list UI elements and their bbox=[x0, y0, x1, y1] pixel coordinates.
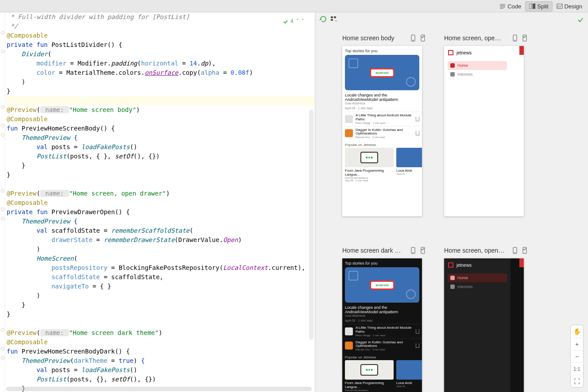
card: From Java Programming Langua…Florina Mun… bbox=[345, 360, 394, 392]
pan-button[interactable]: ✋ bbox=[570, 325, 584, 338]
settings-icon[interactable] bbox=[330, 15, 338, 23]
svg-point-10 bbox=[514, 40, 515, 41]
svg-rect-19 bbox=[449, 263, 453, 267]
svg-point-17 bbox=[514, 252, 515, 253]
code-line[interactable]: navigateTo = { } bbox=[7, 282, 314, 291]
android-badge: android bbox=[370, 68, 394, 77]
code-line[interactable]: drawerState = rememberDrawerState(Drawer… bbox=[7, 235, 314, 245]
card-image bbox=[345, 148, 394, 167]
code-line[interactable]: PostList(posts, {}, setOf(), {}) bbox=[7, 375, 314, 384]
drawer-item-icon bbox=[450, 72, 455, 77]
deploy-icon[interactable] bbox=[410, 35, 417, 42]
code-line[interactable]: ) bbox=[7, 245, 314, 254]
code-line[interactable]: ) bbox=[7, 291, 314, 300]
interactive-icon[interactable] bbox=[521, 35, 528, 42]
svg-rect-5 bbox=[334, 16, 336, 18]
view-mode-split-label: Split bbox=[537, 3, 548, 10]
code-line[interactable]: fun PreviewHomeScreenBody() { bbox=[7, 124, 314, 133]
interactive-icon[interactable] bbox=[521, 247, 528, 254]
code-line[interactable]: color = MaterialTheme.colors.onSurface.c… bbox=[7, 68, 314, 77]
card-image bbox=[345, 360, 394, 380]
drawer-item: Interests bbox=[448, 70, 507, 79]
popular-heading: Popular on Jetnews bbox=[342, 353, 422, 360]
hero-image: android bbox=[345, 267, 419, 303]
code-line[interactable]: ThemedPreview(darkTheme = true) { bbox=[7, 356, 314, 365]
code-line[interactable]: private fun PreviewDrawerOpen() { bbox=[7, 208, 314, 217]
code-line[interactable]: HomeScreen( bbox=[7, 254, 314, 263]
code-line[interactable]: } bbox=[7, 87, 314, 96]
svg-rect-1 bbox=[533, 4, 535, 9]
deploy-icon[interactable] bbox=[511, 35, 518, 42]
android-badge: android bbox=[370, 281, 394, 290]
list-item: A Little Thing about Android Module Path… bbox=[342, 111, 422, 126]
code-line[interactable]: ThemedPreview { bbox=[7, 133, 314, 142]
hero-title: Locale changes and the AndroidViewModel … bbox=[342, 303, 422, 314]
chevron-down-icon[interactable]: ˅ bbox=[302, 18, 304, 24]
preview-title: Home screen, open drawer dar… bbox=[444, 247, 506, 254]
code-line[interactable]: fun PreviewHomeScreenBodyDark() { bbox=[7, 347, 314, 356]
code-line[interactable]: PostList(posts, { }, setOf(), {}) bbox=[7, 152, 314, 161]
refresh-icon[interactable] bbox=[319, 15, 327, 23]
code-line[interactable]: ) bbox=[7, 77, 314, 87]
preview-title: Home screen body bbox=[342, 35, 395, 42]
code-line[interactable]: } bbox=[7, 170, 314, 180]
horizontal-scrollbar[interactable] bbox=[6, 387, 312, 391]
interactive-icon[interactable] bbox=[419, 247, 426, 254]
chevron-up-icon[interactable]: ˄ bbox=[296, 18, 299, 24]
code-line[interactable]: ThemedPreview { bbox=[7, 217, 314, 226]
problems-count: 4 bbox=[290, 18, 294, 24]
zoom-out-button[interactable]: − bbox=[570, 350, 584, 362]
interactive-icon[interactable] bbox=[419, 35, 426, 42]
code-line[interactable]: @Composable bbox=[7, 31, 314, 40]
code-editor[interactable]: * Full-width divider with padding for [P… bbox=[0, 12, 314, 392]
view-mode-design[interactable]: Design bbox=[553, 1, 586, 12]
preview-device: jetnews Home Interests bbox=[444, 46, 524, 216]
deploy-icon[interactable] bbox=[410, 247, 417, 254]
vertical-scrollbar[interactable] bbox=[309, 110, 313, 340]
hero-image: android bbox=[345, 55, 419, 90]
thumbnail-icon bbox=[345, 115, 353, 123]
card: Loca AndrJose Al… bbox=[396, 360, 422, 392]
code-line[interactable]: @Preview( name: "Home screen body") bbox=[7, 105, 314, 115]
zoom-in-button[interactable]: + bbox=[570, 338, 584, 350]
status-ok-icon bbox=[577, 17, 584, 23]
code-line[interactable]: scaffoldState = scaffoldState, bbox=[7, 273, 314, 282]
code-line[interactable]: modifier = Modifier.padding(horizontal =… bbox=[7, 59, 314, 68]
zoom-reset-button[interactable]: 1:1 bbox=[570, 362, 584, 375]
deploy-icon[interactable] bbox=[511, 247, 518, 254]
svg-point-14 bbox=[413, 252, 414, 253]
code-line[interactable]: private fun PostListDivider() { bbox=[7, 40, 314, 50]
code-line[interactable] bbox=[7, 96, 314, 105]
preview-device: Top stories for you android Locale chang… bbox=[342, 46, 422, 216]
code-line[interactable] bbox=[7, 180, 314, 189]
svg-point-7 bbox=[413, 40, 414, 41]
top-stories-heading: Top stories for you bbox=[342, 46, 422, 55]
view-mode-code[interactable]: Code bbox=[495, 1, 525, 12]
bookmark-icon bbox=[416, 343, 419, 348]
code-line[interactable] bbox=[7, 319, 314, 328]
code-line[interactable]: val posts = loadFakePosts() bbox=[7, 142, 314, 152]
code-line[interactable]: val scaffoldState = rememberScaffoldStat… bbox=[7, 226, 314, 235]
code-line[interactable]: postsRepository = BlockingFakePostsRepos… bbox=[7, 263, 314, 273]
check-icon bbox=[283, 19, 288, 23]
zoom-fit-button[interactable]: ⛶ bbox=[570, 375, 584, 387]
code-line[interactable]: */ bbox=[7, 22, 314, 31]
code-line[interactable]: } bbox=[7, 300, 314, 310]
hero-author: Jose Alcérreca bbox=[342, 314, 422, 319]
code-line[interactable]: * Full-width divider with padding for [P… bbox=[7, 12, 314, 22]
code-line[interactable]: @Composable bbox=[7, 115, 314, 124]
editor-gutter bbox=[0, 12, 5, 392]
preview-title: Home screen, ope… bbox=[444, 35, 501, 42]
view-mode-split[interactable]: Split bbox=[525, 1, 552, 12]
code-line[interactable]: } bbox=[7, 161, 314, 170]
code-line[interactable]: } bbox=[7, 310, 314, 319]
drawer-logo: jetnews bbox=[448, 262, 507, 268]
code-line[interactable]: @Composable bbox=[7, 338, 314, 347]
code-line[interactable]: @Preview( name: "Home screen, open drawe… bbox=[7, 189, 314, 198]
hero-meta: April 02 · 1 min read bbox=[342, 107, 422, 111]
code-line[interactable]: @Composable bbox=[7, 198, 314, 208]
code-line[interactable]: Divider( bbox=[7, 50, 314, 59]
preview-title: Home screen dark … bbox=[342, 247, 401, 254]
code-line[interactable]: val posts = loadFakePosts() bbox=[7, 365, 314, 375]
code-line[interactable]: @Preview( name: "Home screen dark theme"… bbox=[7, 328, 314, 338]
